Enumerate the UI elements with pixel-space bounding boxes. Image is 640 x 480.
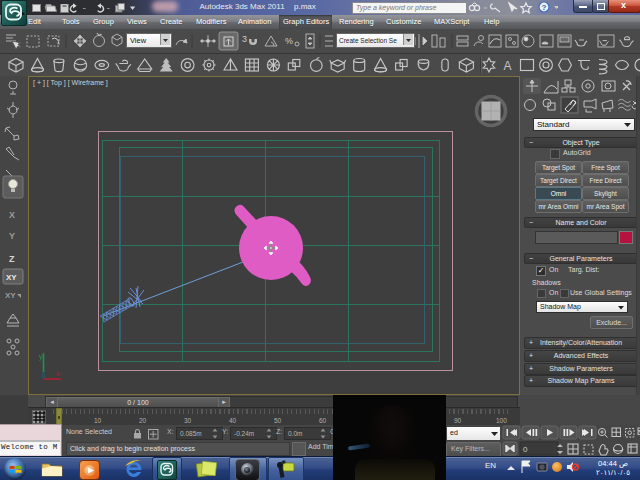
- svg-text:x: x: [56, 370, 60, 377]
- svg-text:0: 0: [523, 445, 528, 454]
- svg-text:%: %: [285, 36, 293, 46]
- svg-text:Z: Z: [9, 254, 15, 264]
- svg-text:Y: Y: [9, 231, 15, 241]
- svg-text:XY: XY: [6, 273, 17, 282]
- svg-text:XY: XY: [5, 291, 16, 300]
- svg-text:X: X: [9, 210, 15, 220]
- svg-text:A: A: [504, 59, 512, 73]
- svg-text:y: y: [39, 353, 43, 361]
- svg-text:?: ?: [542, 3, 547, 12]
- svg-text:3: 3: [242, 34, 247, 44]
